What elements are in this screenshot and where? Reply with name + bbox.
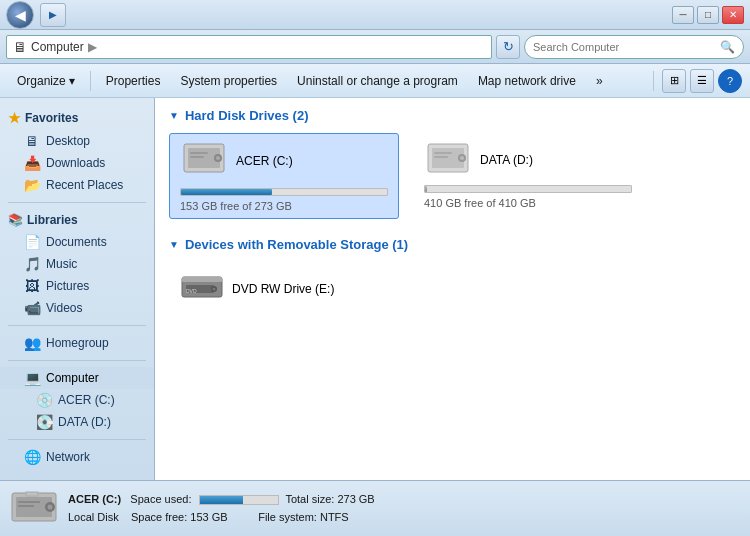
sidebar-divider-2 <box>8 325 146 326</box>
dvd-label: DVD RW Drive (E:) <box>232 282 334 296</box>
status-text: ACER (C:) Space used: Total size: 273 GB… <box>68 491 375 526</box>
network-icon: 🌐 <box>24 449 40 465</box>
acer-c-icon: 💿 <box>36 392 52 408</box>
sidebar-item-data-d[interactable]: 💽 DATA (D:) <box>0 411 154 433</box>
sidebar-homegroup-section: 👥 Homegroup <box>0 332 154 354</box>
sidebar-item-computer[interactable]: 💻 Computer <box>0 367 154 389</box>
view-toggle-button[interactable]: ☰ <box>690 69 714 93</box>
svg-rect-11 <box>434 152 452 154</box>
map-network-button[interactable]: Map network drive <box>469 67 585 95</box>
drive-acer-info: 153 GB free of 273 GB <box>180 200 388 212</box>
computer-icon: 💻 <box>24 370 40 386</box>
main-area: ★ Favorites 🖥 Desktop 📥 Downloads 📂 Rece… <box>0 98 750 480</box>
sidebar-divider-4 <box>8 439 146 440</box>
sidebar-libraries-section: 📚 Libraries 📄 Documents 🎵 Music 🖼 Pictur… <box>0 209 154 319</box>
more-button[interactable]: » <box>587 67 612 95</box>
refresh-button[interactable]: ↻ <box>496 35 520 59</box>
svg-point-3 <box>216 156 220 160</box>
sidebar-network-section: 🌐 Network <box>0 446 154 468</box>
hdd-section-header: Hard Disk Drives (2) <box>169 108 736 123</box>
sidebar-item-acer-c[interactable]: 💿 ACER (C:) <box>0 389 154 411</box>
statusbar: ACER (C:) Space used: Total size: 273 GB… <box>0 480 750 536</box>
drive-acer-bar <box>181 189 272 195</box>
drive-acer-bar-container <box>180 188 388 196</box>
pictures-icon: 🖼 <box>24 278 40 294</box>
maximize-button[interactable]: □ <box>697 6 719 24</box>
drive-data-bar-container <box>424 185 632 193</box>
address-path[interactable]: 🖥 Computer ▶ <box>6 35 492 59</box>
svg-rect-14 <box>182 277 222 282</box>
toolbar-separator-1 <box>90 71 91 91</box>
svg-rect-24 <box>18 505 34 507</box>
svg-point-17 <box>213 288 216 291</box>
sidebar-item-desktop[interactable]: 🖥 Desktop <box>0 130 154 152</box>
dvd-icon: DVD <box>180 269 224 308</box>
drive-data-label: DATA (D:) <box>480 153 533 167</box>
path-label: Computer <box>31 40 84 54</box>
back-button[interactable]: ◀ <box>6 1 34 29</box>
toolbar: Organize ▾ Properties System properties … <box>0 64 750 98</box>
drive-acer-icon <box>180 140 228 182</box>
drive-acer-label: ACER (C:) <box>236 154 293 168</box>
svg-rect-25 <box>26 492 38 496</box>
desktop-icon: 🖥 <box>24 133 40 149</box>
svg-point-22 <box>48 505 53 510</box>
folder-icon: 🖥 <box>13 39 27 55</box>
drive-data-bar <box>425 186 427 192</box>
svg-text:DVD: DVD <box>186 288 197 294</box>
status-bar-inline <box>199 495 279 505</box>
videos-icon: 📹 <box>24 300 40 316</box>
downloads-icon: 📥 <box>24 155 40 171</box>
properties-button[interactable]: Properties <box>97 67 170 95</box>
svg-point-10 <box>460 156 464 160</box>
content-area: Hard Disk Drives (2) <box>155 98 750 480</box>
sidebar-item-pictures[interactable]: 🖼 Pictures <box>0 275 154 297</box>
sidebar-item-homegroup[interactable]: 👥 Homegroup <box>0 332 154 354</box>
svg-rect-23 <box>18 501 40 503</box>
sidebar-divider-1 <box>8 202 146 203</box>
libraries-icon: 📚 <box>8 213 23 227</box>
documents-icon: 📄 <box>24 234 40 250</box>
close-button[interactable]: ✕ <box>722 6 744 24</box>
sidebar-item-downloads[interactable]: 📥 Downloads <box>0 152 154 174</box>
sidebar-item-network[interactable]: 🌐 Network <box>0 446 154 468</box>
minimize-button[interactable]: ─ <box>672 6 694 24</box>
search-input[interactable] <box>533 41 716 53</box>
toolbar-right: ⊞ ☰ ? <box>649 69 742 93</box>
sidebar-item-music[interactable]: 🎵 Music <box>0 253 154 275</box>
organize-button[interactable]: Organize ▾ <box>8 67 84 95</box>
svg-rect-4 <box>190 152 208 154</box>
status-bar-fill <box>200 496 244 504</box>
data-d-icon: 💽 <box>36 414 52 430</box>
titlebar: ◀ ▶ ─ □ ✕ <box>0 0 750 30</box>
search-icon: 🔍 <box>720 40 735 54</box>
sidebar-libraries-header[interactable]: 📚 Libraries <box>0 209 154 231</box>
drive-data-info: 410 GB free of 410 GB <box>424 197 632 209</box>
sidebar-divider-3 <box>8 360 146 361</box>
uninstall-button[interactable]: Uninstall or change a program <box>288 67 467 95</box>
sidebar-computer-section: 💻 Computer 💿 ACER (C:) 💽 DATA (D:) <box>0 367 154 433</box>
recent-icon: 📂 <box>24 177 40 193</box>
homegroup-icon: 👥 <box>24 335 40 351</box>
dvd-drive-item[interactable]: DVD DVD RW Drive (E:) <box>169 262 736 315</box>
music-icon: 🎵 <box>24 256 40 272</box>
view-options-button[interactable]: ⊞ <box>662 69 686 93</box>
drive-data-d[interactable]: DATA (D:) 410 GB free of 410 GB <box>413 133 643 219</box>
sidebar-item-recent[interactable]: 📂 Recent Places <box>0 174 154 196</box>
drive-data-icon <box>424 140 472 179</box>
sidebar-item-documents[interactable]: 📄 Documents <box>0 231 154 253</box>
system-properties-button[interactable]: System properties <box>171 67 286 95</box>
drive-data-top: DATA (D:) <box>424 140 632 179</box>
forward-button[interactable]: ▶ <box>40 3 66 27</box>
help-button[interactable]: ? <box>718 69 742 93</box>
removable-section-header: Devices with Removable Storage (1) <box>169 237 736 252</box>
drive-acer-c[interactable]: ACER (C:) 153 GB free of 273 GB <box>169 133 399 219</box>
status-drive-icon <box>10 485 58 532</box>
drives-grid: ACER (C:) 153 GB free of 273 GB <box>169 133 736 219</box>
sidebar: ★ Favorites 🖥 Desktop 📥 Downloads 📂 Rece… <box>0 98 155 480</box>
path-separator: ▶ <box>88 40 97 54</box>
sidebar-item-videos[interactable]: 📹 Videos <box>0 297 154 319</box>
sidebar-favorites-header[interactable]: ★ Favorites <box>0 106 154 130</box>
svg-rect-12 <box>434 156 448 158</box>
search-box[interactable]: 🔍 <box>524 35 744 59</box>
